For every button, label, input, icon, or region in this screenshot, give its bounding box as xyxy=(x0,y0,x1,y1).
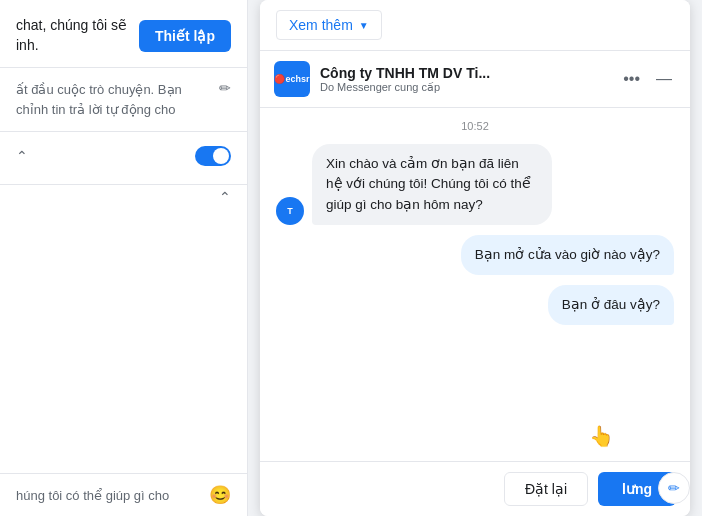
sent-bubble-1: Bạn mở cửa vào giờ nào vậy? xyxy=(461,235,674,275)
avatar-text: T xyxy=(287,206,293,216)
dat-lai-button[interactable]: Đặt lại xyxy=(504,472,588,506)
company-name: Công ty TNHH TM DV Ti... xyxy=(320,65,609,81)
messenger-sub: Do Messenger cung cấp xyxy=(320,81,609,94)
edit-icon[interactable]: ✏ xyxy=(219,80,231,96)
toggle-switch[interactable] xyxy=(195,146,231,166)
header-info: Công ty TNHH TM DV Ti... Do Messenger cu… xyxy=(320,65,609,94)
floating-edit-button[interactable]: ✏ xyxy=(658,472,690,504)
intro-text: chat, chúng tôi sẽ inh. xyxy=(16,16,127,55)
message-text-3: Bạn ở đâu vậy? xyxy=(562,297,660,312)
chat-bottom: Đặt lại lưng xyxy=(260,461,690,516)
message-text-2: Bạn mở cửa vào giờ nào vậy? xyxy=(475,247,660,262)
avatar: T xyxy=(276,197,304,225)
section1-text: ất đầu cuộc trò chuyện. Bạn chỉnh tin tr… xyxy=(16,82,200,117)
left-bottom: húng tôi có thể giúp gì cho 😊 xyxy=(0,473,247,516)
widget-topbar: Xem thêm ▼ xyxy=(260,0,690,51)
message-row-sent-1: Bạn mở cửa vào giờ nào vậy? xyxy=(276,235,674,275)
minimize-button[interactable]: — xyxy=(652,67,676,91)
message-row: T Xin chào và cảm ơn bạn đã liên hệ với … xyxy=(276,144,674,225)
chat-messages: 10:52 T Xin chào và cảm ơn bạn đã liên h… xyxy=(260,108,690,461)
chevron-down-icon: ▼ xyxy=(359,20,369,31)
chat-header: 🔴echsr Công ty TNHH TM DV Ti... Do Messe… xyxy=(260,51,690,108)
received-bubble-1: Xin chào và cảm ơn bạn đã liên hệ với ch… xyxy=(312,144,552,225)
more-options-button[interactable]: ••• xyxy=(619,66,644,92)
bottom-input-text: húng tôi có thể giúp gì cho xyxy=(16,488,201,503)
thiet-lap-button[interactable]: Thiết lập xyxy=(139,20,231,52)
message-text-1: Xin chào và cảm ơn bạn đã liên hệ với ch… xyxy=(326,156,531,212)
left-panel: chat, chúng tôi sẽ inh. Thiết lập ✏ ất đ… xyxy=(0,0,248,516)
time-label: 10:52 xyxy=(276,120,674,132)
logo-text: 🔴echsr xyxy=(274,74,309,84)
chat-widget: Xem thêm ▼ 🔴echsr Công ty TNHH TM DV Ti.… xyxy=(260,0,690,516)
header-actions: ••• — xyxy=(619,66,676,92)
chevron-up-icon2[interactable]: ⌃ xyxy=(219,189,231,205)
toggle-section: ⌃ xyxy=(0,131,247,180)
emoji-icon[interactable]: 😊 xyxy=(209,484,231,506)
section1: ✏ ất đầu cuộc trò chuyện. Bạn chỉnh tin … xyxy=(0,67,247,131)
xem-them-label: Xem thêm xyxy=(289,17,353,33)
bottom-buttons: Đặt lại lưng xyxy=(274,472,676,506)
left-top-row: chat, chúng tôi sẽ inh. Thiết lập xyxy=(0,0,247,67)
sent-bubble-2: Bạn ở đâu vậy? xyxy=(548,285,674,325)
chevron-up-icon[interactable]: ⌃ xyxy=(16,148,28,164)
section2: ⌃ xyxy=(0,184,247,209)
company-logo: 🔴echsr xyxy=(274,61,310,97)
message-row-sent-2: Bạn ở đâu vậy? xyxy=(276,285,674,325)
bottom-input-row: húng tôi có thể giúp gì cho 😊 xyxy=(0,474,247,516)
xem-them-button[interactable]: Xem thêm ▼ xyxy=(276,10,382,40)
